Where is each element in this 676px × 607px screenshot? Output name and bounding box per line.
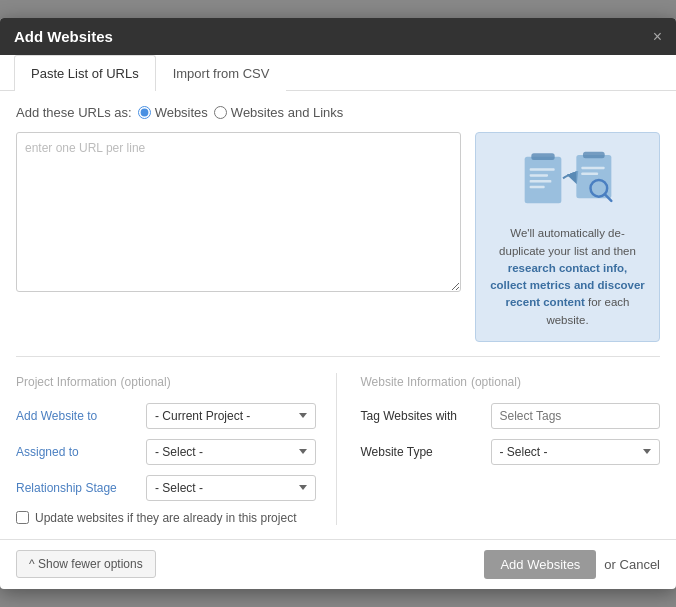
- show-fewer-button[interactable]: ^ Show fewer options: [16, 550, 156, 578]
- svg-rect-8: [581, 167, 604, 170]
- url-type-websites-radio[interactable]: [138, 106, 151, 119]
- add-website-to-label: Add Website to: [16, 409, 146, 423]
- website-type-select[interactable]: - Select -: [491, 439, 661, 465]
- svg-rect-1: [531, 154, 554, 161]
- add-websites-modal: Add Websites × Paste List of URLs Import…: [0, 18, 676, 589]
- add-website-to-select[interactable]: - Current Project -: [146, 403, 316, 429]
- info-illustration-svg: [518, 145, 618, 215]
- info-box: We'll automatically de-duplicate your li…: [475, 132, 660, 342]
- svg-rect-7: [583, 152, 605, 159]
- modal-title: Add Websites: [14, 28, 113, 45]
- svg-rect-9: [581, 173, 598, 176]
- tab-paste-list[interactable]: Paste List of URLs: [14, 55, 156, 91]
- url-type-label: Add these URLs as:: [16, 105, 132, 120]
- update-websites-checkbox[interactable]: [16, 511, 29, 524]
- svg-rect-3: [529, 174, 547, 177]
- textarea-box: [16, 132, 461, 342]
- illustration: [488, 145, 647, 217]
- assigned-to-row: Assigned to - Select -: [16, 439, 316, 465]
- tag-websites-row: Tag Websites with: [361, 403, 661, 429]
- url-type-websites-label[interactable]: Websites: [138, 105, 208, 120]
- tag-websites-label: Tag Websites with: [361, 409, 491, 423]
- website-info-section: Website Information (optional) Tag Websi…: [337, 373, 661, 525]
- modal-body: Add these URLs as: Websites Websites and…: [0, 91, 676, 539]
- tab-bar: Paste List of URLs Import from CSV: [0, 55, 676, 91]
- url-type-row: Add these URLs as: Websites Websites and…: [16, 105, 660, 120]
- cancel-link[interactable]: or Cancel: [604, 557, 660, 572]
- update-websites-label: Update websites if they are already in t…: [35, 511, 296, 525]
- footer-right: Add Websites or Cancel: [484, 550, 660, 579]
- assigned-to-label: Assigned to: [16, 445, 146, 459]
- add-website-to-row: Add Website to - Current Project -: [16, 403, 316, 429]
- relationship-stage-label: Relationship Stage: [16, 481, 146, 495]
- update-websites-row: Update websites if they are already in t…: [16, 511, 316, 525]
- svg-rect-2: [529, 169, 554, 172]
- close-button[interactable]: ×: [653, 29, 662, 45]
- relationship-stage-select[interactable]: - Select -: [146, 475, 316, 501]
- relationship-stage-row: Relationship Stage - Select -: [16, 475, 316, 501]
- tab-import-csv[interactable]: Import from CSV: [156, 55, 287, 91]
- project-info-section: Project Information (optional) Add Websi…: [16, 373, 337, 525]
- modal-footer: ^ Show fewer options Add Websites or Can…: [0, 539, 676, 589]
- svg-rect-5: [529, 186, 544, 189]
- info-box-text: We'll automatically de-duplicate your li…: [488, 225, 647, 329]
- project-section-title: Project Information (optional): [16, 373, 316, 389]
- website-type-label: Website Type: [361, 445, 491, 459]
- url-textarea[interactable]: [16, 132, 461, 292]
- url-type-websites-links-radio[interactable]: [214, 106, 227, 119]
- tag-websites-input[interactable]: [491, 403, 661, 429]
- add-websites-button[interactable]: Add Websites: [484, 550, 596, 579]
- modal-header: Add Websites ×: [0, 18, 676, 55]
- content-row: We'll automatically de-duplicate your li…: [16, 132, 660, 342]
- website-type-row: Website Type - Select -: [361, 439, 661, 465]
- lower-section: Project Information (optional) Add Websi…: [16, 356, 660, 525]
- svg-rect-4: [529, 180, 551, 183]
- website-section-title: Website Information (optional): [361, 373, 661, 389]
- assigned-to-select[interactable]: - Select -: [146, 439, 316, 465]
- url-type-websites-links-label[interactable]: Websites and Links: [214, 105, 344, 120]
